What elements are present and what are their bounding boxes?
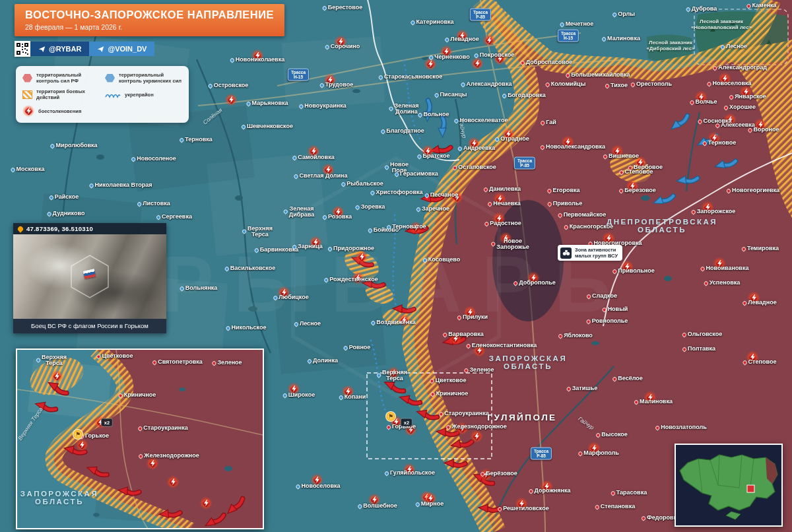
zoom-inset: Верхняя ТерсаЦветковоеСвятопетровкаЗелен… bbox=[16, 349, 264, 529]
map-location-marker bbox=[747, 485, 754, 492]
legend-item-clashes: боестолкновения bbox=[22, 105, 100, 117]
photo-image bbox=[13, 234, 166, 319]
page-title: ВОСТОЧНО-ЗАПОРОЖСКОЕ НАПРАВЛЕНИЕ bbox=[25, 9, 274, 21]
town-label: Староукраинка bbox=[138, 425, 187, 431]
rf-pin-icon bbox=[137, 426, 143, 431]
inset-canvas bbox=[17, 350, 264, 529]
photo-geotag: 47.873369, 36.510310 bbox=[13, 223, 166, 234]
rf-control-icon bbox=[22, 74, 32, 83]
combat-zone-icon bbox=[22, 90, 32, 99]
channels-bar: @RYBAR @VOIN_DV bbox=[15, 41, 154, 57]
town-label: Зеленое bbox=[212, 360, 242, 366]
clashes-icon bbox=[22, 105, 34, 117]
rf-pin-icon bbox=[152, 360, 157, 365]
legend-item-rf-control: территориальный контроль сил РФ bbox=[22, 72, 100, 84]
town-label: Криничное bbox=[119, 392, 156, 398]
ua-control-icon bbox=[105, 74, 115, 83]
ukraine-overview-minimap bbox=[675, 444, 783, 527]
legend-item-combat-zone: территория боевых действий bbox=[22, 88, 100, 100]
legend-item-ua-control: территориальный контроль украинских сил bbox=[105, 72, 182, 84]
town-label: Горькое bbox=[80, 433, 109, 439]
telegram-icon bbox=[97, 46, 104, 53]
fortified-line-icon bbox=[105, 91, 121, 98]
town-label: Цветковое bbox=[96, 353, 133, 359]
location-pin-icon bbox=[16, 225, 24, 232]
town-label: Святопетровка bbox=[152, 359, 203, 365]
town-label: Железнодорожное bbox=[139, 453, 199, 459]
war-map: РЫБАРЬ БерестовоеОрлыДуброваКаменкаКатер… bbox=[0, 0, 792, 532]
channel-rybar[interactable]: @RYBAR bbox=[30, 42, 89, 56]
vsu-activity-zone bbox=[492, 200, 564, 321]
ua-pin-icon bbox=[36, 358, 41, 363]
rf-pin-icon bbox=[117, 393, 123, 398]
channel-voin-dv[interactable]: @VOIN_DV bbox=[89, 42, 154, 56]
rf-pin-icon bbox=[138, 453, 143, 459]
legend-item-fortified: укрепрайон bbox=[105, 88, 182, 100]
photo-inset: 47.873369, 36.510310 Боец ВС РФ с флагом… bbox=[13, 223, 166, 333]
legend: территориальный контроль сил РФ территор… bbox=[16, 66, 189, 123]
date-range: 28 февраля — 1 марта 2026 г. bbox=[25, 23, 274, 31]
qr-code bbox=[15, 41, 30, 57]
town-label: Верхняя Терса bbox=[36, 354, 67, 367]
rf-pin-icon bbox=[96, 354, 101, 359]
telegram-icon bbox=[38, 46, 46, 53]
map-title-banner: ВОСТОЧНО-ЗАПОРОЖСКОЕ НАПРАВЛЕНИЕ 28 февр… bbox=[15, 4, 284, 36]
photo-caption: Боец ВС РФ с флагом России в Горьком bbox=[13, 319, 166, 333]
rf-pin-icon bbox=[79, 434, 84, 439]
rf-pin-icon bbox=[211, 360, 216, 366]
